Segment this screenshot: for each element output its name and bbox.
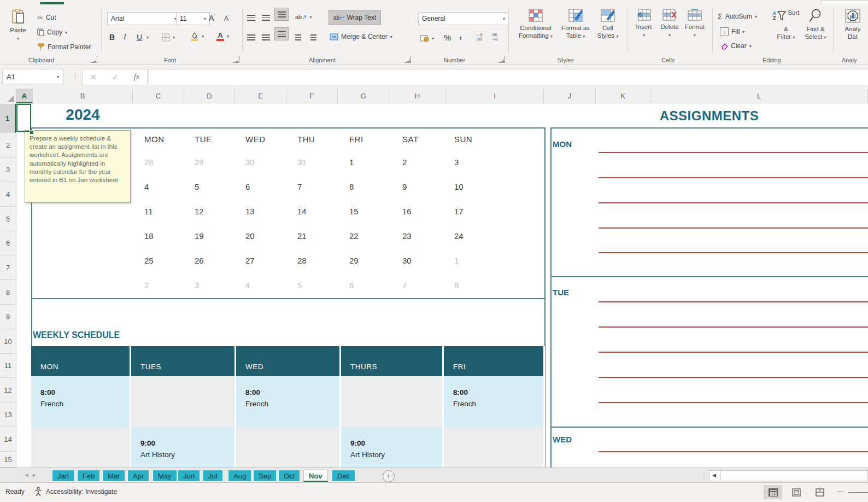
sheet-tab-Jul[interactable]: Jul [203, 470, 223, 482]
sheet-tab-Dec[interactable]: Dec [332, 470, 355, 482]
assignment-writing-line[interactable] [599, 377, 868, 378]
calendar-day-cell[interactable]: 15 [349, 207, 382, 216]
underline-button[interactable]: U [137, 31, 142, 44]
align-center-button[interactable] [262, 31, 270, 44]
calendar-day-cell[interactable]: 19 [195, 231, 227, 241]
calendar-day-cell[interactable]: 20 [245, 231, 278, 241]
middle-align-button[interactable] [262, 11, 270, 24]
calendar-day-cell[interactable]: 12 [195, 207, 227, 216]
calendar-day-cell[interactable]: 22 [349, 231, 382, 241]
row-header-12[interactable]: 12 [0, 378, 16, 402]
column-header-D[interactable]: D [184, 89, 235, 103]
paste-button[interactable]: Paste ▾ [5, 9, 31, 43]
calendar-day-cell[interactable]: 26 [195, 256, 227, 265]
assignment-writing-line[interactable] [599, 177, 868, 178]
schedule-cell[interactable]: 9:00Art History [131, 427, 236, 468]
sheet-tab-Jan[interactable]: Jan [52, 470, 74, 482]
decrease-decimal-button[interactable]: .00→0 [491, 33, 497, 42]
column-header-L[interactable]: L [650, 89, 868, 103]
calendar-day-cell[interactable]: 31 [297, 157, 330, 167]
calendar-day-cell[interactable]: 2 [144, 281, 177, 290]
format-cells-button[interactable]: Format ▾ [682, 9, 707, 39]
formula-input[interactable] [149, 69, 868, 85]
column-header-K[interactable]: K [596, 89, 650, 103]
accounting-format-button[interactable]: ▾ [420, 32, 434, 45]
sheet-tab-Nov[interactable]: Nov [303, 470, 328, 482]
prev-sheet-arrow-icon[interactable]: ◂ [25, 471, 28, 478]
formula-bar-handle-icon[interactable]: ⋮ [72, 71, 79, 79]
row-header-11[interactable]: 11 [0, 354, 16, 378]
row-header-5[interactable]: 5 [0, 207, 16, 231]
font-name-combo[interactable]: Arial ▾ [107, 12, 180, 25]
calendar-day-cell[interactable]: 28 [144, 157, 177, 167]
number-dialog-launcher[interactable] [498, 56, 505, 63]
sheet-tab-Jun[interactable]: Jun [178, 470, 200, 482]
calendar-day-cell[interactable]: 10 [454, 182, 487, 191]
row-header-7[interactable]: 7 [0, 255, 16, 280]
schedule-cell[interactable]: 8:00French [236, 376, 341, 427]
schedule-cell[interactable]: 9:00Art History [341, 427, 444, 468]
cell-styles-button[interactable]: Cell Styles ▾ [594, 9, 622, 40]
clipboard-dialog-launcher[interactable] [91, 56, 97, 63]
column-header-C[interactable]: C [133, 89, 184, 103]
insert-function-icon[interactable]: fx [134, 73, 139, 81]
calendar-day-cell[interactable]: 8 [454, 281, 487, 290]
column-header-J[interactable]: J [544, 89, 596, 103]
column-header-B[interactable]: B [33, 89, 133, 103]
cut-button[interactable]: ✂ Cut [37, 11, 56, 24]
schedule-cell[interactable] [31, 427, 131, 468]
row-header-6[interactable]: 6 [0, 231, 16, 255]
calendar-day-cell[interactable]: 1 [349, 157, 382, 167]
calendar-day-cell[interactable]: 17 [454, 207, 487, 216]
calendar-day-cell[interactable]: 5 [195, 182, 227, 191]
align-right-button[interactable] [275, 28, 288, 40]
calendar-day-cell[interactable]: 3 [195, 281, 227, 290]
select-all-corner[interactable] [0, 89, 16, 103]
font-size-combo[interactable]: 11 ▾ [176, 12, 210, 25]
row-header-1[interactable]: 1 [0, 104, 16, 133]
calendar-day-cell[interactable]: 30 [245, 157, 278, 167]
assignment-writing-line[interactable] [599, 402, 868, 403]
increase-decimal-button[interactable]: ←0.00 [476, 33, 482, 42]
top-align-button[interactable] [247, 11, 255, 24]
schedule-cell[interactable] [444, 427, 545, 468]
sheet-tab-Oct[interactable]: Oct [278, 470, 300, 482]
calendar-day-cell[interactable]: 7 [297, 182, 330, 191]
calendar-day-cell[interactable]: 14 [297, 207, 330, 216]
calendar-day-cell[interactable]: 18 [144, 231, 177, 241]
bold-button[interactable]: B [109, 31, 115, 44]
grow-font-button[interactable]: Aˆ [209, 11, 215, 25]
row-header-9[interactable]: 9 [0, 305, 16, 329]
selected-cell-a1[interactable] [16, 104, 31, 132]
row-header-13[interactable]: 13 [0, 402, 16, 427]
column-header-G[interactable]: G [338, 89, 389, 103]
assignment-writing-line[interactable] [599, 451, 868, 452]
insert-cells-button[interactable]: Insert ▾ [632, 9, 656, 39]
assignment-writing-line[interactable] [599, 252, 868, 253]
calendar-day-cell[interactable]: 9 [402, 182, 435, 191]
column-header-H[interactable]: H [389, 89, 446, 103]
assignment-writing-line[interactable] [599, 152, 868, 153]
row-header-14[interactable]: 14 [0, 427, 16, 452]
calendar-day-cell[interactable]: 30 [402, 256, 435, 265]
wrap-text-button[interactable]: ab↩ Wrap Text [329, 10, 381, 25]
confirm-entry-icon[interactable]: ✓ [112, 73, 119, 81]
assignment-writing-line[interactable] [599, 352, 868, 353]
accessibility-status[interactable]: Accessibility: Investigate [46, 488, 117, 495]
tabbar-handle-icon[interactable]: ⋮ [701, 471, 707, 479]
next-sheet-arrow-icon[interactable]: ▸ [33, 471, 36, 478]
row-header-4[interactable]: 4 [0, 182, 16, 207]
column-header-E[interactable]: E [235, 89, 286, 103]
shrink-font-button[interactable]: Aˇ [224, 11, 230, 25]
fill-color-button[interactable]: ▾ [190, 30, 204, 43]
row-header-8[interactable]: 8 [0, 280, 16, 305]
sheet-tab-May[interactable]: May [153, 470, 177, 482]
new-sheet-button[interactable]: + [383, 470, 395, 482]
sort-filter-button[interactable]: AZ Sort & Filter ▾ [772, 9, 800, 42]
horizontal-scrollbar[interactable]: ◀ [709, 470, 868, 481]
column-header-A[interactable]: A [16, 89, 33, 103]
calendar-day-cell[interactable]: 27 [245, 256, 278, 265]
schedule-cell[interactable]: 8:00French [31, 376, 131, 427]
calendar-day-cell[interactable]: 29 [349, 256, 382, 265]
find-select-button[interactable]: Find & Select ▾ [801, 9, 830, 42]
